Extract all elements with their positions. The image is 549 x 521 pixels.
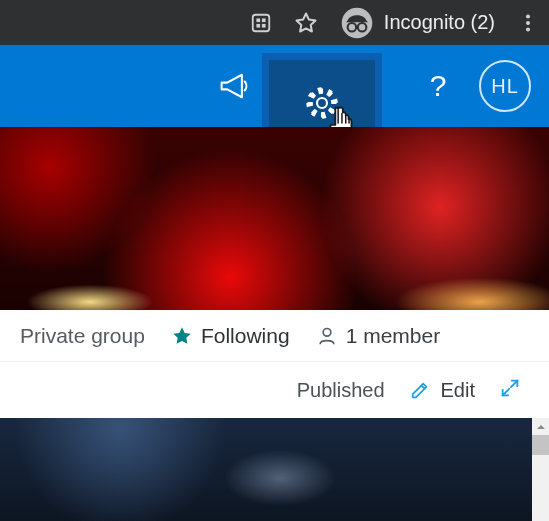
svg-point-9 xyxy=(526,20,530,24)
edit-button[interactable]: Edit xyxy=(409,379,475,402)
follow-button[interactable]: Following xyxy=(171,324,290,348)
star-filled-icon xyxy=(171,325,193,347)
avatar-initials: HL xyxy=(491,75,519,98)
scroll-thumb[interactable] xyxy=(532,435,549,455)
expand-button[interactable] xyxy=(499,377,521,404)
svg-point-10 xyxy=(526,27,530,31)
page-action-bar: Published Edit xyxy=(0,362,549,418)
browser-chrome-bar: Incognito (2) xyxy=(0,0,549,45)
incognito-indicator[interactable]: Incognito (2) xyxy=(340,6,495,40)
incognito-icon xyxy=(340,6,374,40)
edit-label: Edit xyxy=(441,379,475,402)
vertical-scrollbar[interactable] xyxy=(532,418,549,521)
page-content-image xyxy=(0,418,549,521)
svg-point-8 xyxy=(526,14,530,18)
page-status-label: Published xyxy=(297,379,385,402)
svg-rect-2 xyxy=(262,18,266,22)
svg-rect-4 xyxy=(262,23,266,27)
help-icon[interactable]: ? xyxy=(415,63,461,109)
browser-menu-icon[interactable] xyxy=(517,12,539,34)
user-avatar[interactable]: HL xyxy=(479,60,531,112)
pencil-icon xyxy=(409,379,431,401)
person-icon xyxy=(316,325,338,347)
bookmark-star-icon[interactable] xyxy=(294,11,318,35)
scroll-up-arrow-icon[interactable] xyxy=(532,418,549,435)
site-info-bar: Private group Following 1 member xyxy=(0,310,549,362)
site-banner-image xyxy=(0,127,549,310)
megaphone-icon[interactable] xyxy=(211,63,257,109)
svg-rect-1 xyxy=(256,18,260,22)
sharepoint-suite-header: ? HL xyxy=(0,45,549,127)
incognito-label: Incognito (2) xyxy=(384,11,495,34)
members-button[interactable]: 1 member xyxy=(316,324,441,348)
privacy-label: Private group xyxy=(20,324,145,348)
svg-rect-0 xyxy=(253,14,270,31)
extensions-icon[interactable] xyxy=(250,12,272,34)
svg-rect-3 xyxy=(256,23,260,27)
members-label: 1 member xyxy=(346,324,441,348)
expand-icon xyxy=(499,377,521,399)
svg-point-5 xyxy=(342,7,373,38)
follow-label: Following xyxy=(201,324,290,348)
svg-point-12 xyxy=(323,328,331,336)
